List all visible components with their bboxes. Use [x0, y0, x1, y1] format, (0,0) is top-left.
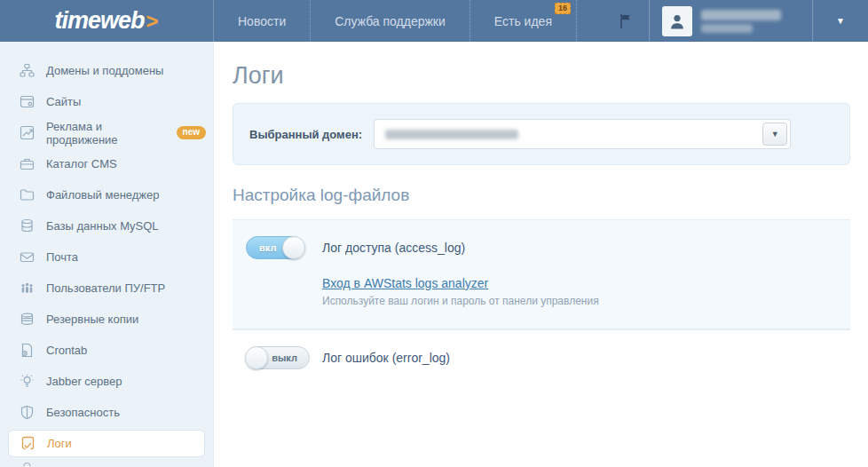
error-log-toggle-col: выкл: [246, 345, 322, 369]
access-log-toggle-col: вкл: [246, 235, 322, 259]
shield-icon: [19, 405, 35, 421]
sidebar-item-backups[interactable]: Резервные копии: [0, 304, 213, 335]
sidebar-item-label: Crontab: [46, 344, 87, 357]
logo-text: timeweb: [54, 7, 144, 35]
select-dropdown-button[interactable]: ▼: [762, 123, 787, 146]
domain-select[interactable]: ▼: [374, 119, 791, 149]
nav-support[interactable]: Служба поддержки: [311, 0, 470, 42]
sidebar-item-label: Файловый менеджер: [46, 188, 160, 202]
folder-icon: [19, 187, 35, 203]
sidebar: Домены и поддомены Сайты Реклама и п: [0, 42, 214, 467]
sidebar-item-domains[interactable]: Домены и поддомены: [0, 55, 213, 86]
awstats-link[interactable]: Вход в AWStats logs analyzer: [322, 276, 488, 290]
sidebar-item-advertising[interactable]: Реклама и продвижение new: [0, 117, 213, 148]
sidebar-item-label: Каталог CMS: [46, 157, 117, 170]
header-spacer: [577, 0, 601, 42]
access-log-body: Лог доступа (access_log) Вход в AWStats …: [322, 235, 599, 307]
sidebar-item-cms-catalog[interactable]: Каталог CMS: [0, 148, 213, 179]
sidebar-item-security[interactable]: Безопасность: [0, 397, 213, 428]
sidebar-item-jabber[interactable]: Jabber сервер: [0, 366, 213, 397]
access-log-row: вкл Лог доступа (access_log) Вход в AWSt…: [233, 219, 850, 329]
logo[interactable]: timeweb >: [0, 0, 214, 42]
sidebar-item-mysql[interactable]: Базы данных MySQL: [0, 210, 213, 241]
sidebar-item-mail[interactable]: Почта: [0, 241, 213, 273]
flag-icon: [617, 12, 633, 30]
database-icon: [19, 218, 35, 234]
sidebar-item-file-manager[interactable]: Файловый менеджер: [0, 179, 213, 210]
mail-icon: [19, 249, 35, 265]
partial-icon: [19, 462, 35, 467]
account-dropdown-toggle[interactable]: ▼: [812, 0, 868, 42]
domain-select-label: Выбранный домен:: [249, 128, 362, 141]
nav-idea[interactable]: Есть идея 16: [470, 0, 577, 42]
error-log-row: выкл Лог ошибок (error_log): [233, 329, 850, 384]
logo-arrow-icon: >: [146, 9, 159, 34]
chart-icon: [19, 125, 35, 141]
nav-news[interactable]: Новости: [214, 0, 311, 42]
sidebar-item-label: Почта: [46, 250, 78, 264]
bulb-icon: [19, 374, 35, 390]
sidebar-item-partial[interactable]: [0, 459, 213, 467]
language-flag-button[interactable]: [601, 0, 649, 42]
user-name-redacted: [701, 10, 781, 33]
selected-domain-redacted: [385, 130, 518, 139]
top-nav: Новости Служба поддержки Есть идея 16: [214, 0, 577, 42]
sidebar-item-users-ftp[interactable]: Пользователи ПУ/FTP: [0, 273, 213, 304]
error-log-toggle[interactable]: выкл: [246, 346, 310, 369]
sidebar-item-label: Пользователи ПУ/FTP: [46, 281, 165, 295]
sidebar-item-label: Базы данных MySQL: [46, 219, 159, 233]
sidebar-item-logs[interactable]: Логи: [8, 430, 205, 457]
crontab-icon: [19, 343, 35, 359]
page-title: Логи: [233, 62, 850, 90]
sidebar-item-label: Реклама и продвижение: [46, 120, 165, 146]
awstats-hint: Используйте ваш логин и пароль от панели…: [322, 295, 599, 307]
access-log-toggle[interactable]: вкл: [246, 236, 304, 259]
sidebar-item-label: Безопасность: [46, 406, 120, 419]
chevron-down-icon: ▼: [771, 130, 779, 139]
user-menu[interactable]: [649, 0, 812, 42]
sidebar-item-label: Логи: [47, 437, 72, 450]
logs-icon: [20, 436, 36, 452]
toggle-knob: [245, 346, 268, 369]
briefcase-icon: [19, 156, 35, 172]
error-log-body: Лог ошибок (error_log): [322, 345, 450, 365]
browser-icon: [19, 94, 35, 110]
nav-idea-label: Есть идея: [494, 14, 552, 28]
main-content: Логи Выбранный домен: ▼ Настройка log-фа…: [214, 42, 868, 467]
access-log-label: Лог доступа (access_log): [322, 235, 599, 255]
sidebar-item-label: Jabber сервер: [46, 375, 122, 388]
chevron-down-icon: ▼: [836, 16, 845, 26]
sidebar-item-sites[interactable]: Сайты: [0, 86, 213, 117]
nav-support-label: Служба поддержки: [335, 14, 446, 28]
avatar: [662, 6, 692, 36]
nav-news-label: Новости: [238, 14, 286, 28]
domain-panel: Выбранный домен: ▼: [233, 103, 850, 165]
top-header: timeweb > Новости Служба поддержки Есть …: [0, 0, 868, 42]
toggle-on-label: вкл: [259, 242, 276, 253]
log-settings-heading: Настройка log-файлов: [233, 186, 850, 205]
sidebar-item-label: Домены и поддомены: [46, 64, 163, 77]
sidebar-item-crontab[interactable]: Crontab: [0, 335, 213, 366]
error-log-label: Лог ошибок (error_log): [322, 345, 450, 365]
new-badge: new: [177, 126, 206, 139]
sitemap-icon: [19, 63, 35, 79]
backup-icon: [19, 312, 35, 328]
sidebar-item-label: Сайты: [46, 95, 81, 108]
idea-count-badge: 16: [555, 3, 571, 14]
sidebar-item-label: Резервные копии: [46, 313, 138, 326]
toggle-off-label: выкл: [272, 352, 297, 363]
toggle-knob: [282, 236, 305, 259]
users-icon: [19, 281, 35, 297]
